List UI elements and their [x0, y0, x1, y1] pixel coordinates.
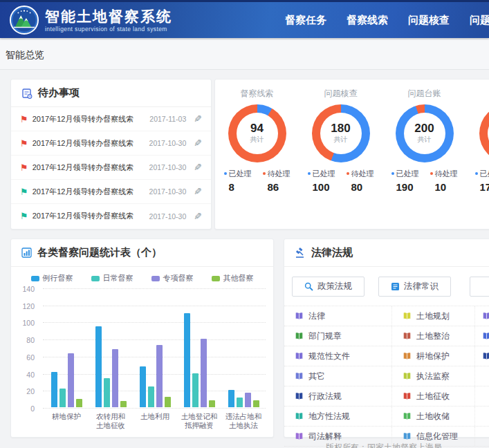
flag-icon: ⚑ [20, 187, 28, 196]
donut-legend-pending: 待处理80 [347, 169, 374, 193]
x-tick-label: 土地登记和 抵押融资 [177, 412, 221, 430]
law-item[interactable]: 规范性文件 [284, 346, 391, 366]
x-tick-label: 耕地保护 [44, 412, 89, 430]
donut-legend-value: 175 [475, 181, 489, 193]
law-item[interactable] [474, 346, 489, 366]
bar-例行督察[interactable] [228, 390, 234, 407]
bar-其他督察[interactable] [253, 400, 259, 407]
x-tick-label: 违法占地和 土地执法 [221, 412, 266, 430]
law-item [474, 407, 489, 426]
bar-例行督察[interactable] [184, 313, 190, 407]
donut-legend-processed: 已处理100 [308, 169, 335, 193]
chart-legend-label: 例行督察 [43, 273, 73, 283]
nav-item-problem-check[interactable]: 问题核查 [408, 2, 450, 38]
edit-icon[interactable]: ✎ [194, 186, 202, 197]
bar-日常督察[interactable] [104, 378, 110, 407]
law-item[interactable]: 部门规章 [284, 326, 391, 346]
bar-其他督察[interactable] [165, 397, 171, 407]
book-icon [403, 312, 412, 320]
law-item[interactable] [474, 326, 489, 346]
y-tick-label: 100 [22, 319, 35, 327]
donut-group: 问题核查180共计已处理100待处理80 [299, 88, 382, 229]
nav-item-inspection-tasks[interactable]: 督察任务 [285, 2, 326, 38]
y-tick-label: 60 [26, 353, 35, 362]
bar-例行督察[interactable] [51, 372, 57, 407]
bar-其他督察[interactable] [76, 399, 82, 407]
todo-panel: 待办事项 ⚑2017年12月领导转办督察线索2017-11-03✎⚑2017年1… [10, 79, 212, 230]
law-item[interactable]: 土地规划 [391, 306, 474, 326]
third-law-button[interactable] [470, 277, 489, 297]
legend-swatch-icon [151, 276, 160, 281]
bar-例行督察[interactable] [140, 366, 146, 407]
donut-title: 督察 [466, 88, 489, 100]
bar-日常督察[interactable] [148, 386, 154, 407]
law-item-label: 规范性文件 [308, 351, 350, 362]
bar-group [89, 313, 133, 407]
main-nav: 督察任务 督察线索 问题核查 问题台账 [285, 2, 489, 38]
law-item[interactable]: 土地收储 [391, 407, 474, 426]
laws-panel-title: 法律法规 [311, 246, 353, 259]
legend-dot-icon [224, 172, 227, 175]
donut-total-value: 180 [331, 122, 350, 135]
chart-legend-item[interactable]: 其他督察 [212, 273, 254, 283]
law-item[interactable]: 行政法规 [284, 386, 391, 406]
bar-其他督察[interactable] [209, 400, 215, 407]
bar-专项督察[interactable] [245, 393, 251, 407]
y-tick-label: 0 [30, 404, 35, 413]
law-item[interactable]: 耕地保护 [391, 346, 474, 366]
donut-total-label: 共计 [418, 135, 432, 144]
bar-例行督察[interactable] [95, 326, 102, 407]
gridline [43, 408, 266, 409]
bar-专项督察[interactable] [156, 345, 163, 407]
edit-icon[interactable]: ✎ [194, 211, 202, 222]
donut-title: 督察线索 [215, 88, 299, 100]
policy-regulations-button[interactable]: 政策法规 [292, 277, 365, 297]
chart-legend-item[interactable]: 日常督察 [91, 273, 133, 283]
bar-专项督察[interactable] [112, 349, 118, 407]
bar-日常督察[interactable] [59, 389, 66, 407]
law-item[interactable] [474, 306, 489, 326]
law-item[interactable]: 土地整治 [391, 326, 474, 346]
bar-其他督察[interactable] [120, 401, 127, 407]
edit-icon[interactable]: ✎ [194, 138, 202, 149]
gridline [43, 288, 266, 289]
law-item[interactable]: 其它 [284, 366, 391, 386]
law-item[interactable]: 执法监察 [391, 366, 474, 386]
chart-legend: 例行督察日常督察专项督察其他督察 [11, 273, 273, 283]
y-tick-label: 40 [26, 371, 35, 379]
todo-item[interactable]: ⚑2017年12月领导转办督察线索2017-10-30✎ [11, 131, 211, 156]
flag-icon: ⚑ [20, 115, 28, 124]
todo-item[interactable]: ⚑2017年12月领导转办督察线索2017-10-30✎ [11, 204, 211, 228]
todo-item[interactable]: ⚑2017年12月领导转办督察线索2017-11-03✎ [11, 107, 211, 131]
donut-legend-processed: 已处理190 [391, 169, 419, 193]
book-icon [295, 412, 304, 420]
law-item[interactable]: 法律 [284, 306, 391, 326]
chart-legend-item[interactable]: 例行督察 [31, 273, 73, 283]
donut-title: 问题台账 [382, 88, 466, 100]
edit-icon[interactable]: ✎ [194, 113, 202, 124]
donut-center: 94共计 [237, 113, 278, 154]
legal-knowledge-button[interactable]: 法律常识 [378, 277, 451, 297]
donut-legend: 已处理190待处理10 [382, 169, 466, 193]
flag-icon: ⚑ [20, 212, 28, 221]
law-item[interactable]: 土地征收 [391, 386, 474, 406]
law-item-label: 执法监察 [416, 371, 450, 382]
donut-total-label: 共计 [250, 135, 264, 144]
donut-legend-label: 已处理 [475, 169, 489, 179]
bar-专项督察[interactable] [68, 353, 74, 407]
todo-list-icon [21, 88, 33, 99]
todo-item[interactable]: ⚑2017年12月领导转办督察线索2017-10-30✎ [11, 156, 211, 180]
nav-item-problem-ledger[interactable]: 问题台账 [470, 2, 489, 38]
todo-item[interactable]: ⚑2017年12月领导转办督察线索2017-10-30✎ [11, 180, 211, 204]
law-item[interactable]: 地方性法规 [284, 407, 391, 426]
bar-日常督察[interactable] [237, 398, 243, 407]
bar-专项督察[interactable] [201, 339, 207, 407]
chart-legend-item[interactable]: 专项督察 [151, 273, 194, 283]
bar-日常督察[interactable] [192, 373, 199, 407]
legend-dot-icon [430, 172, 433, 175]
edit-icon[interactable]: ✎ [194, 162, 202, 173]
x-tick-label: 土地利用 [133, 412, 177, 430]
donut-chart: 200共计 [396, 104, 454, 162]
y-axis-labels: 020406080100120140 [15, 289, 39, 409]
nav-item-inspection-clues[interactable]: 督察线索 [347, 2, 388, 38]
